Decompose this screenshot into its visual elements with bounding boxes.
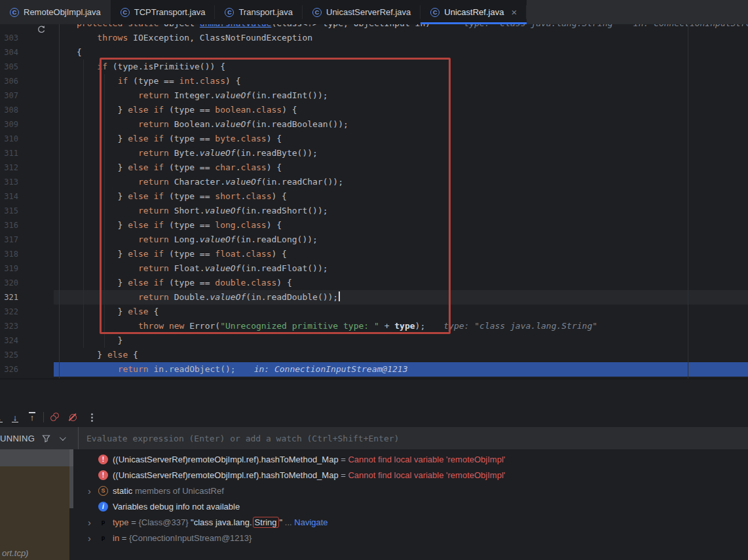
- code-segment: }: [77, 220, 128, 230]
- code-text[interactable]: } else {: [54, 305, 748, 319]
- code-text[interactable]: return Integer.valueOf(in.readInt());: [54, 88, 748, 103]
- gutter-icon-column[interactable]: [24, 103, 54, 117]
- code-text[interactable]: {: [54, 45, 748, 60]
- filter-icon[interactable]: [42, 434, 50, 443]
- gutter-icon-column[interactable]: [24, 233, 54, 247]
- gutter-icon-column[interactable]: [24, 132, 54, 146]
- watch-segment: Variables debug info not available: [113, 502, 240, 512]
- gutter-icon-column[interactable]: [24, 218, 54, 233]
- code-text[interactable]: return Byte.valueOf(in.readByte());: [54, 146, 748, 160]
- code-segment: .: [251, 105, 256, 115]
- gutter-icon-column[interactable]: [24, 348, 54, 362]
- code-text[interactable]: return Boolean.valueOf(in.readBoolean())…: [54, 117, 748, 132]
- gutter-icon-column[interactable]: [24, 160, 54, 175]
- code-segment: ) {: [225, 76, 240, 86]
- gutter-icon-column[interactable]: [24, 189, 54, 204]
- tab-UnicastServerRef.java[interactable]: CUnicastServerRef.java: [303, 0, 421, 24]
- code-text[interactable]: protected static Object unmarshalValue(C…: [54, 24, 748, 31]
- tab-RemoteObjImpl.java[interactable]: CRemoteObjImpl.java: [0, 0, 111, 24]
- step-out-icon[interactable]: ↑: [27, 412, 37, 422]
- code-text[interactable]: } else if (type == byte.class) {: [54, 132, 748, 146]
- static-icon: S: [98, 486, 109, 496]
- code-text[interactable]: } else if (type == boolean.class) {: [54, 103, 748, 117]
- watch-row-1[interactable]: !((UnicastServerRef)remoteObjImpl.ref).h…: [86, 467, 748, 483]
- code-line-324: 324 }: [0, 333, 748, 348]
- code-segment: class: [241, 220, 267, 230]
- tab-UnicastRef.java[interactable]: CUnicastRef.java×: [421, 0, 527, 24]
- step-partial-icon[interactable]: ↓: [0, 412, 5, 422]
- watch-row-4[interactable]: ›ptype = {Class@337} "class java.lang.St…: [86, 514, 748, 530]
- code-text[interactable]: if (type.isPrimitive()) {: [54, 60, 748, 74]
- gutter-icon-column[interactable]: [24, 88, 54, 103]
- gutter-icon-column[interactable]: [24, 60, 54, 74]
- mute-breakpoints-icon[interactable]: [67, 412, 78, 422]
- close-icon[interactable]: ×: [511, 7, 517, 17]
- gutter-icon-column[interactable]: [24, 146, 54, 160]
- code-line-320: 320 } else if (type == double.class) {: [0, 276, 748, 290]
- code-text[interactable]: } else if (type == short.class) {: [54, 189, 748, 204]
- gutter-icon-column[interactable]: [24, 276, 54, 290]
- watch-row-3[interactable]: iVariables debug info not available: [86, 498, 748, 514]
- gutter-icon-column[interactable]: [24, 117, 54, 132]
- code-text[interactable]: if (type == int.class) {: [54, 74, 748, 88]
- code-segment: return: [138, 206, 169, 215]
- gutter-icon-column[interactable]: [24, 319, 54, 333]
- chevron-right-icon[interactable]: ›: [86, 533, 98, 543]
- code-text[interactable]: } else if (type == float.class) {: [54, 247, 748, 261]
- chevron-right-icon[interactable]: ›: [86, 486, 98, 496]
- tab-Transport.java[interactable]: CTransport.java: [215, 0, 303, 24]
- gutter-icon-column[interactable]: [24, 74, 54, 88]
- code-text[interactable]: }: [54, 333, 748, 348]
- watch-segment: String: [253, 517, 279, 528]
- line-number: 307: [0, 88, 24, 103]
- more-options-icon[interactable]: [86, 412, 97, 422]
- code-segment: new: [169, 321, 184, 331]
- view-breakpoints-icon[interactable]: [50, 412, 60, 422]
- code-text[interactable]: return Long.valueOf(in.readLong());: [54, 233, 748, 247]
- watch-row-0[interactable]: !((UnicastServerRef)remoteObjImpl.ref).h…: [86, 451, 748, 467]
- evaluate-expression-input[interactable]: Evaluate expression (Enter) or add a wat…: [79, 434, 748, 443]
- code-text[interactable]: return Double.valueOf(in.readDouble());: [54, 290, 748, 305]
- frame-row-selected[interactable]: [0, 449, 73, 466]
- code-segment: double: [215, 278, 246, 288]
- code-text[interactable]: } else if (type == long.class) {: [54, 218, 748, 233]
- watch-segment[interactable]: Navigate: [292, 517, 328, 527]
- gutter-icon-column[interactable]: [24, 175, 54, 189]
- code-text[interactable]: throws IOException, ClassNotFoundExcepti…: [54, 31, 748, 45]
- gutter-icon-column[interactable]: [24, 290, 54, 305]
- gutter-icon-column[interactable]: [24, 204, 54, 218]
- code-segment: ) {: [276, 278, 291, 288]
- threads-dropdown[interactable]: UNNING: [0, 427, 79, 449]
- line-number: 305: [0, 60, 24, 74]
- code-text[interactable]: return Short.valueOf(in.readShort());: [54, 204, 748, 218]
- chevron-down-icon[interactable]: [60, 434, 66, 441]
- gutter-icon-column[interactable]: [24, 305, 54, 319]
- indent-guide: [83, 60, 84, 348]
- code-text[interactable]: return Character.valueOf(in.readChar());: [54, 175, 748, 189]
- code-text[interactable]: throw new Error("Unrecognized primitive …: [54, 319, 748, 333]
- code-text[interactable]: } else if (type == char.class) {: [54, 160, 748, 175]
- gutter-icon-column[interactable]: [24, 261, 54, 276]
- watch-segment: in: [113, 533, 122, 543]
- code-segment: Short.: [169, 206, 205, 215]
- chevron-right-icon[interactable]: ›: [86, 517, 98, 527]
- code-text[interactable]: return Float.valueOf(in.readFloat());: [54, 261, 748, 276]
- watch-row-2[interactable]: ›Sstatic members of UnicastRef: [86, 483, 748, 498]
- watch-row-text: type = {Class@337} "class java.lang.Stri…: [113, 517, 328, 527]
- code-text[interactable]: return in.readObject();in: ConnectionInp…: [54, 362, 748, 377]
- code-segment: return: [138, 119, 169, 129]
- recursive-call-icon[interactable]: [37, 25, 46, 34]
- gutter-icon-column[interactable]: [24, 45, 54, 60]
- watch-row-5[interactable]: ›pin = {ConnectionInputStream@1213}: [86, 530, 748, 546]
- step-into-icon[interactable]: ↓: [10, 412, 20, 422]
- gutter-icon-column[interactable]: [24, 247, 54, 261]
- code-text[interactable]: } else {: [54, 348, 748, 362]
- gutter-icon-column[interactable]: [24, 333, 54, 348]
- tab-TCPTransport.java[interactable]: CTCPTransport.java: [111, 0, 215, 24]
- gutter-icon-column[interactable]: [24, 362, 54, 377]
- code-segment: int: [179, 76, 195, 86]
- line-number: 321: [0, 290, 24, 305]
- code-segment: ) {: [271, 249, 286, 259]
- code-text[interactable]: } else if (type == double.class) {: [54, 276, 748, 290]
- frame-row-library[interactable]: ort.tcp): [0, 466, 69, 560]
